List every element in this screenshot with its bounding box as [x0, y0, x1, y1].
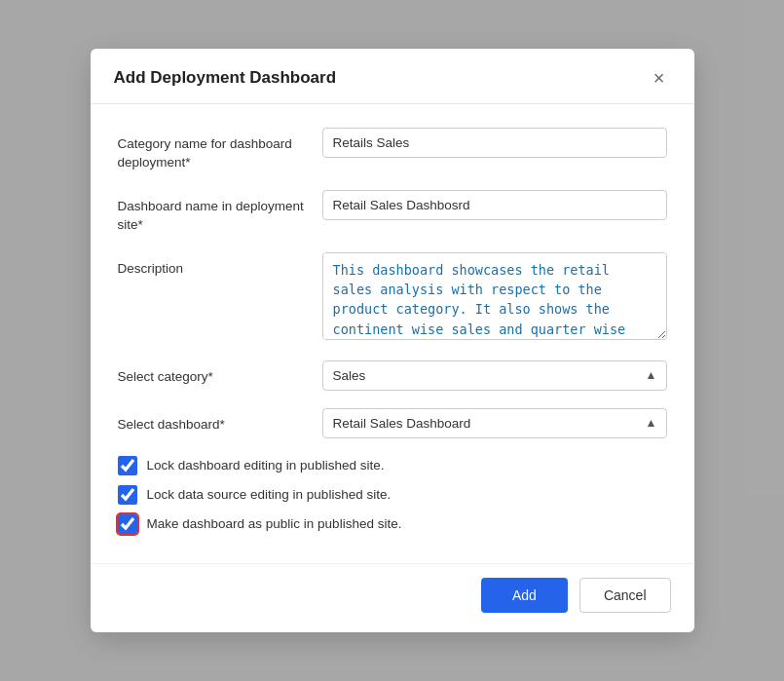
description-row: Description This dashboard showcases the… [118, 252, 667, 343]
select-category-label: Select category* [118, 360, 322, 387]
make-public-checkbox[interactable] [118, 514, 137, 534]
dashboard-name-input[interactable] [322, 190, 667, 220]
select-dashboard-control: Retail Sales Dashboard ▲ [322, 408, 667, 438]
dashboard-name-row: Dashboard name in deployment site* [118, 190, 667, 235]
make-public-row: Make dashboard as public in published si… [118, 514, 667, 534]
category-name-label: Category name for dashboard deployment* [118, 128, 322, 172]
select-dashboard-wrap: Retail Sales Dashboard ▲ [322, 408, 667, 438]
make-public-checkbox-wrap [118, 514, 137, 534]
select-dashboard-label: Select dashboard* [118, 408, 322, 435]
lock-editing-row: Lock dashboard editing in published site… [118, 456, 667, 475]
lock-editing-checkbox[interactable] [118, 456, 137, 475]
description-textarea[interactable]: This dashboard showcases the retail sale… [322, 252, 667, 340]
dialog-body: Category name for dashboard deployment* … [91, 104, 694, 563]
select-dashboard-dropdown[interactable]: Retail Sales Dashboard [322, 408, 667, 438]
select-category-row: Select category* Sales ▲ [118, 360, 667, 391]
description-control: This dashboard showcases the retail sale… [322, 252, 667, 343]
lock-editing-checkbox-wrap [118, 456, 137, 475]
dialog-footer: Add Cancel [91, 563, 694, 632]
dashboard-name-control [322, 190, 667, 220]
dialog-header: Add Deployment Dashboard × [91, 49, 694, 104]
dialog-overlay: Add Deployment Dashboard × Category name… [0, 0, 784, 681]
lock-datasource-label: Lock data source editing in published si… [147, 487, 392, 502]
lock-datasource-row: Lock data source editing in published si… [118, 485, 667, 505]
category-name-input[interactable] [322, 128, 667, 158]
make-public-label: Make dashboard as public in published si… [147, 516, 402, 531]
select-category-dropdown[interactable]: Sales [322, 360, 667, 391]
lock-datasource-checkbox[interactable] [118, 485, 137, 505]
dialog: Add Deployment Dashboard × Category name… [91, 49, 694, 632]
close-button[interactable]: × [648, 66, 671, 90]
dashboard-name-label: Dashboard name in deployment site* [118, 190, 322, 235]
lock-editing-label: Lock dashboard editing in published site… [147, 458, 385, 473]
description-label: Description [118, 252, 322, 279]
select-category-control: Sales ▲ [322, 360, 667, 391]
select-category-wrap: Sales ▲ [322, 360, 667, 391]
category-name-row: Category name for dashboard deployment* [118, 128, 667, 172]
dialog-title: Add Deployment Dashboard [114, 68, 337, 88]
cancel-button[interactable]: Cancel [579, 578, 671, 613]
add-button[interactable]: Add [481, 578, 568, 613]
lock-datasource-checkbox-wrap [118, 485, 137, 505]
category-name-control [322, 128, 667, 158]
checkboxes-section: Lock dashboard editing in published site… [118, 456, 667, 534]
select-dashboard-row: Select dashboard* Retail Sales Dashboard… [118, 408, 667, 438]
